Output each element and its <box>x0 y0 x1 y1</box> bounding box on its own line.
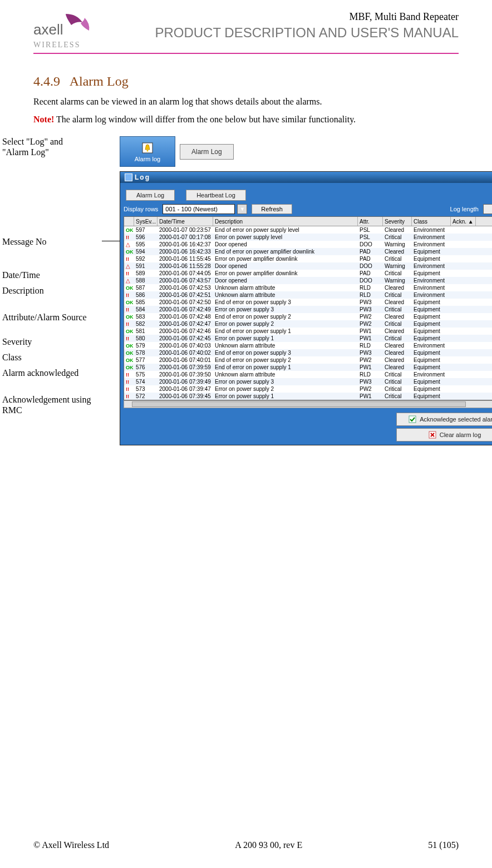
cell-sysev: 576 <box>134 364 158 371</box>
refresh-button[interactable]: Refresh <box>252 204 292 214</box>
table-row[interactable]: !!5842000-01-06 07:42:49Error on power s… <box>124 306 492 313</box>
table-row[interactable]: !!5802000-01-06 07:42:45Error on power s… <box>124 335 492 342</box>
cell-sysev: 586 <box>134 291 158 299</box>
alarm-log-toolbar-button[interactable]: Alarm Log <box>180 144 234 160</box>
table-row[interactable]: OK5872000-01-06 07:42:53Unknown alarm at… <box>124 284 492 291</box>
table-row[interactable]: OK5772000-01-06 07:40:01End of error on … <box>124 356 492 364</box>
col-status[interactable] <box>124 217 134 226</box>
cell-sysev: 574 <box>134 378 158 385</box>
table-row[interactable]: △5912000-01-06 11:55:28Door openedDOOWar… <box>124 262 492 270</box>
table-row[interactable]: !!5742000-01-06 07:39:49Error on power s… <box>124 378 492 385</box>
horizontal-scrollbar[interactable] <box>124 400 492 408</box>
table-row[interactable]: △5952000-01-06 16:42:37Door openedDOOWar… <box>124 241 492 248</box>
cell-attr: RLD <box>358 284 383 291</box>
manual-title: PRODUCT DESCRIPTION AND USER'S MANUAL <box>155 25 459 41</box>
col-class[interactable]: Class <box>412 217 451 226</box>
table-row[interactable]: △5882000-01-06 07:43:57Door openedDOOWar… <box>124 277 492 284</box>
scroll-thumb[interactable] <box>132 401 466 407</box>
tab-alarm-log[interactable]: Alarm Log <box>126 190 175 201</box>
col-ackn[interactable]: Ackn. ▲ <box>451 217 476 226</box>
cell-description: End of error on power supply 1 <box>213 328 358 335</box>
cell-date: 2000-01-06 07:42:46 <box>158 328 213 335</box>
acknowledge-button[interactable]: Acknowledge selected alarms <box>396 413 492 426</box>
table-row[interactable]: OK5812000-01-06 07:42:46End of error on … <box>124 328 492 335</box>
cell-severity: Cleared <box>383 226 412 234</box>
cell-sysev: 595 <box>134 241 158 248</box>
logo-subtext: WIRELESS <box>33 41 80 49</box>
table-row[interactable]: OK5832000-01-06 07:42:48End of error on … <box>124 313 492 320</box>
callout-severity: Severity <box>2 336 102 347</box>
cell-description: Error on power amplifier downlink <box>213 270 358 277</box>
cell-sysev: 580 <box>134 335 158 342</box>
tab-heartbeat-log[interactable]: Heartbeat Log <box>186 190 246 201</box>
table-row[interactable]: OK5852000-01-06 07:42:50End of error on … <box>124 299 492 306</box>
table-row[interactable]: !!5962000-01-07 00:17:08Error on power s… <box>124 234 492 241</box>
callout-ack-rmc: Acknowledgement using RMC <box>2 394 102 415</box>
cell-attr: PW2 <box>358 356 383 364</box>
col-attr[interactable]: Attr. <box>358 217 383 226</box>
cell-ackn <box>451 371 476 378</box>
cell-description: End of error on power supply 2 <box>213 356 358 364</box>
cell-class: Equipment <box>412 378 451 385</box>
callout-attr-source: Attribute/Alarm Source <box>2 312 102 323</box>
display-rows-select[interactable] <box>163 204 235 214</box>
table-row[interactable]: !!5732000-01-06 07:39:47Error on power s… <box>124 385 492 393</box>
display-row: Display rows ▼ Refresh Log length 56 <box>124 204 492 214</box>
cell-description: End of error on power supply 3 <box>213 349 358 356</box>
cell-class: Equipment <box>412 349 451 356</box>
dropdown-arrow-icon[interactable]: ▼ <box>237 204 247 214</box>
clear-log-button[interactable]: Clear alarm log <box>396 428 492 442</box>
cell-ackn <box>451 226 476 234</box>
cell-sysev: 597 <box>134 226 158 234</box>
cell-severity: Cleared <box>383 356 412 364</box>
table-row[interactable]: !!5822000-01-06 07:42:47Error on power s… <box>124 320 492 328</box>
cell-class: Environment <box>412 226 451 234</box>
cell-sysev: 572 <box>134 393 158 400</box>
col-desc[interactable]: Description <box>213 217 358 226</box>
footer-docnum: A 200 93 00, rev E <box>235 840 302 850</box>
alarm-log-nav-button[interactable]: Alarm log <box>120 136 175 167</box>
cell-class: Environment <box>412 277 451 284</box>
table-row[interactable]: OK5792000-01-06 07:40:03Unknown alarm at… <box>124 342 492 349</box>
cell-class: Equipment <box>412 328 451 335</box>
cell-attr: PW2 <box>358 313 383 320</box>
cell-ackn <box>451 356 476 364</box>
table-row[interactable]: OK5782000-01-06 07:40:02End of error on … <box>124 349 492 356</box>
cell-date: 2000-01-06 07:42:47 <box>158 320 213 328</box>
table-row[interactable]: OK5942000-01-06 16:42:33End of error on … <box>124 248 492 255</box>
cell-attr: PW2 <box>358 385 383 393</box>
cell-attr: DOO <box>358 241 383 248</box>
callout-date-time: Date/Time <box>2 270 102 280</box>
table-row[interactable]: OK5762000-01-06 07:39:59End of error on … <box>124 364 492 371</box>
cell-attr: PW1 <box>358 364 383 371</box>
table-row[interactable]: !!5922000-01-06 11:55:45Error on power a… <box>124 255 492 262</box>
status-icon: OK <box>124 342 134 349</box>
col-sev[interactable]: Severity <box>383 217 412 226</box>
cell-sysev: 579 <box>134 342 158 349</box>
cell-ackn <box>451 342 476 349</box>
col-date[interactable]: Date/Time <box>158 217 213 226</box>
page-footer: © Axell Wireless Ltd A 200 93 00, rev E … <box>33 840 459 850</box>
table-row[interactable]: !!5892000-01-06 07:44:05Error on power a… <box>124 270 492 277</box>
cell-severity: Cleared <box>383 342 412 349</box>
cell-date: 2000-01-06 11:55:28 <box>158 262 213 270</box>
col-sysev[interactable]: SysEv... <box>134 217 158 226</box>
table-row[interactable]: !!5752000-01-06 07:39:50Unknown alarm at… <box>124 371 492 378</box>
cell-class: Equipment <box>412 306 451 313</box>
cell-sysev: 581 <box>134 328 158 335</box>
table-row[interactable]: !!5862000-01-06 07:42:51Unknown alarm at… <box>124 291 492 299</box>
cell-description: End of error on power supply 3 <box>213 299 358 306</box>
section-para-2: Note! The alarm log window will differ f… <box>33 113 459 126</box>
cell-date: 2000-01-06 07:39:49 <box>158 378 213 385</box>
status-icon: OK <box>124 356 134 364</box>
cell-ackn <box>451 349 476 356</box>
cell-ackn <box>451 306 476 313</box>
cell-class: Equipment <box>412 385 451 393</box>
status-icon: !! <box>124 306 134 313</box>
cell-class: Environment <box>412 262 451 270</box>
cell-ackn <box>451 284 476 291</box>
table-row[interactable]: OK5972000-01-07 00:23:57End of error on … <box>124 226 492 234</box>
header-divider <box>33 53 459 54</box>
table-row[interactable]: !!5722000-01-06 07:39:45Error on power s… <box>124 393 492 400</box>
cell-attr: DOO <box>358 277 383 284</box>
